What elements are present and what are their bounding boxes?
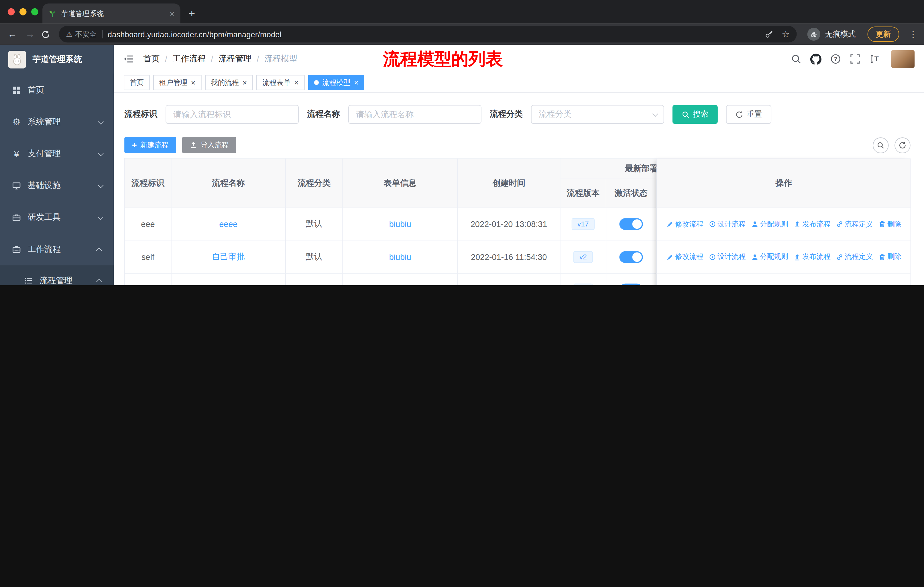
bookmark-star-icon[interactable]: ☆ [782, 29, 790, 40]
action-design-process[interactable]: 设计流程 [709, 252, 746, 262]
header-actions: 操作 [657, 159, 911, 208]
tag-close-icon[interactable]: × [191, 79, 196, 86]
github-icon[interactable] [810, 53, 822, 64]
process-name-link[interactable]: 自己审批 [212, 251, 245, 262]
sidebar-fold-icon[interactable] [123, 54, 134, 64]
help-icon[interactable]: ? [830, 54, 841, 64]
update-button[interactable]: 更新 [867, 26, 899, 42]
process-name-link[interactable]: eeee [219, 220, 238, 229]
action-design-process[interactable]: 设计流程 [709, 219, 746, 229]
yen-icon: ¥ [12, 149, 21, 159]
sidebar-item-system[interactable]: ⚙ 系统管理 [0, 106, 114, 138]
sidebar-item-pay[interactable]: ¥ 支付管理 [0, 138, 114, 170]
forward-icon[interactable]: → [23, 30, 36, 39]
action-publish-process[interactable]: 发布流程 [794, 219, 831, 229]
reload-icon[interactable] [41, 30, 54, 39]
action-edit-process[interactable]: 修改流程 [666, 285, 703, 285]
refresh-icon [899, 141, 906, 149]
password-key-icon[interactable] [764, 30, 774, 39]
tag-my-process[interactable]: 我的流程 × [205, 75, 253, 90]
chevron-down-icon [98, 214, 103, 220]
tag-process-form[interactable]: 流程表单 × [256, 75, 304, 90]
chevron-up-icon [96, 247, 102, 253]
address-bar[interactable]: ⚠ 不安全 dashboard.yudao.iocoder.cn/bpm/man… [59, 26, 797, 43]
sidebar-item-infra[interactable]: 基础设施 [0, 170, 114, 202]
breadcrumb-process-management[interactable]: 流程管理 [219, 54, 251, 64]
chevron-down-icon [98, 182, 103, 188]
action-assign-rules[interactable]: 分配规则 [751, 285, 788, 285]
header-process-name: 流程名称 [172, 159, 286, 208]
process-key-input[interactable] [165, 105, 299, 124]
sidebar-item-workflow[interactable]: 工作流程 [0, 233, 114, 265]
action-edit-process[interactable]: 修改流程 [666, 252, 703, 262]
action-edit-process[interactable]: 修改流程 [666, 219, 703, 229]
tag-process-model[interactable]: 流程模型 × [308, 75, 365, 90]
action-delete[interactable]: 删除 [878, 252, 901, 262]
fullscreen-icon[interactable] [850, 54, 860, 64]
create-process-button[interactable]: + 新建流程 [124, 137, 176, 153]
import-process-button[interactable]: 导入流程 [182, 137, 236, 153]
gear-icon: ⚙ [12, 117, 21, 127]
action-process-definition[interactable]: 流程定义 [836, 252, 873, 262]
action-publish-process[interactable]: 发布流程 [794, 252, 831, 262]
new-tab-button[interactable]: + [188, 8, 195, 19]
action-process-definition[interactable]: 流程定义 [836, 219, 873, 229]
tab-title: 芋道管理系统 [61, 8, 165, 19]
tag-tenant-management[interactable]: 租户管理 × [153, 75, 201, 90]
header-form-info: 表单信息 [343, 159, 458, 208]
form-info-link[interactable]: biubiu [389, 220, 411, 229]
sidebar-item-process-management[interactable]: 流程管理 [0, 265, 114, 285]
header-active-status: 激活状态 [606, 179, 657, 208]
font-size-icon[interactable]: T [869, 54, 880, 64]
page-header: 首页 / 工作流程 / 流程管理 / 流程模型 流程模型的列表 [114, 45, 924, 73]
action-assign-rules[interactable]: 分配规则 [751, 252, 788, 262]
process-name-input[interactable] [348, 105, 482, 124]
app-logo-row: 芋道管理系统 [0, 45, 114, 74]
toggle-search-button[interactable] [873, 137, 889, 153]
action-delete[interactable]: 删除 [878, 219, 901, 229]
browser-window: 芋道管理系统 × + ← → ⚠ 不安全 dashboard.yudao.ioc… [0, 0, 924, 285]
tab-close-icon[interactable]: × [170, 9, 175, 18]
refresh-table-button[interactable] [894, 137, 911, 153]
tag-home[interactable]: 首页 [124, 75, 150, 90]
active-toggle[interactable] [619, 251, 643, 263]
action-delete[interactable]: 删除 [878, 285, 901, 285]
breadcrumb-current: 流程模型 [264, 54, 297, 64]
process-category-select[interactable]: 流程分类 [531, 105, 664, 124]
cell-created-time: 2022-01-16 01:30:54 [458, 274, 561, 285]
browser-tab[interactable]: 芋道管理系统 × [42, 3, 180, 23]
back-icon[interactable]: ← [6, 30, 19, 39]
security-label: 不安全 [75, 29, 97, 39]
process-name-link[interactable]: OA 请假 [213, 284, 243, 285]
version-badge: v17 [571, 218, 595, 230]
sidebar-item-devtools[interactable]: 研发工具 [0, 202, 114, 233]
design-icon [709, 221, 716, 228]
window-minimize-button[interactable] [20, 8, 26, 15]
window-zoom-button[interactable] [31, 8, 38, 15]
action-publish-process[interactable]: 发布流程 [794, 285, 831, 285]
active-toggle[interactable] [619, 284, 643, 285]
reset-button[interactable]: 重置 [726, 105, 771, 124]
header-version: 流程版本 [561, 179, 606, 208]
action-design-process[interactable]: 设计流程 [709, 285, 746, 285]
link-icon [836, 221, 843, 228]
breadcrumb-home[interactable]: 首页 [143, 54, 160, 64]
browser-menu-icon[interactable]: ⋮ [909, 29, 918, 40]
tag-close-icon[interactable]: × [354, 79, 359, 86]
app-logo [8, 51, 26, 68]
active-toggle[interactable] [619, 218, 643, 230]
cell-process-key: self [125, 241, 172, 274]
sidebar-item-home[interactable]: 首页 [0, 74, 114, 106]
breadcrumb-workflow[interactable]: 工作流程 [173, 54, 206, 64]
search-icon[interactable] [791, 54, 802, 64]
process-name-label: 流程名称 [307, 109, 340, 120]
form-info-link[interactable]: biubiu [389, 252, 411, 262]
search-icon [682, 111, 690, 118]
search-button[interactable]: 搜索 [672, 105, 718, 124]
tag-close-icon[interactable]: × [243, 79, 247, 86]
user-avatar[interactable] [891, 50, 914, 68]
window-close-button[interactable] [8, 8, 15, 15]
tag-close-icon[interactable]: × [294, 79, 299, 86]
action-assign-rules[interactable]: 分配规则 [751, 219, 788, 229]
action-process-definition[interactable]: 流程定义 [836, 285, 873, 285]
